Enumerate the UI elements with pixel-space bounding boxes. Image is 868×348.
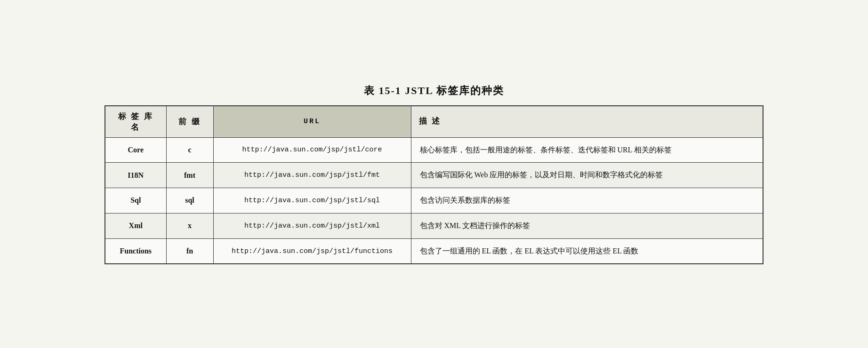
cell-description: 包含编写国际化 Web 应用的标签，以及对日期、时间和数字格式化的标签 (411, 163, 763, 188)
cell-library-name: Core (105, 137, 166, 163)
page-container: 表 15-1 JSTL 标签库的种类 标 签 库 名 前 缀 URL 描 述 C… (104, 84, 764, 265)
cell-library-name: Functions (105, 238, 166, 264)
cell-prefix: c (166, 137, 213, 163)
cell-library-name: Sql (105, 188, 166, 214)
table-title: 表 15-1 JSTL 标签库的种类 (364, 84, 504, 98)
cell-prefix: fn (166, 238, 213, 264)
cell-library-name: Xml (105, 213, 166, 238)
header-name: 标 签 库 名 (105, 106, 166, 138)
cell-description: 包含了一组通用的 EL 函数，在 EL 表达式中可以使用这些 EL 函数 (411, 238, 763, 264)
cell-url: http://java.sun.com/jsp/jstl/xml (213, 213, 411, 238)
cell-url: http://java.sun.com/jsp/jstl/fmt (213, 163, 411, 188)
table-row: Xmlxhttp://java.sun.com/jsp/jstl/xml包含对 … (105, 213, 763, 238)
cell-description: 包含访问关系数据库的标签 (411, 188, 763, 214)
cell-prefix: fmt (166, 163, 213, 188)
header-description: 描 述 (411, 106, 763, 138)
table-row: Sqlsqlhttp://java.sun.com/jsp/jstl/sql包含… (105, 188, 763, 214)
jstl-table: 标 签 库 名 前 缀 URL 描 述 Corechttp://java.sun… (104, 105, 764, 265)
header-url: URL (213, 106, 411, 138)
header-prefix: 前 缀 (166, 106, 213, 138)
cell-url: http://java.sun.com/jsp/jstl/core (213, 137, 411, 163)
cell-description: 核心标签库，包括一般用途的标签、条件标签、迭代标签和 URL 相关的标签 (411, 137, 763, 163)
table-header-row: 标 签 库 名 前 缀 URL 描 述 (105, 106, 763, 138)
cell-prefix: x (166, 213, 213, 238)
table-row: I18Nfmthttp://java.sun.com/jsp/jstl/fmt包… (105, 163, 763, 188)
cell-url: http://java.sun.com/jsp/jstl/sql (213, 188, 411, 214)
cell-prefix: sql (166, 188, 213, 214)
table-row: Functionsfnhttp://java.sun.com/jsp/jstl/… (105, 238, 763, 264)
cell-url: http://java.sun.com/jsp/jstl/functions (213, 238, 411, 264)
table-row: Corechttp://java.sun.com/jsp/jstl/core核心… (105, 137, 763, 163)
cell-library-name: I18N (105, 163, 166, 188)
cell-description: 包含对 XML 文档进行操作的标签 (411, 213, 763, 238)
